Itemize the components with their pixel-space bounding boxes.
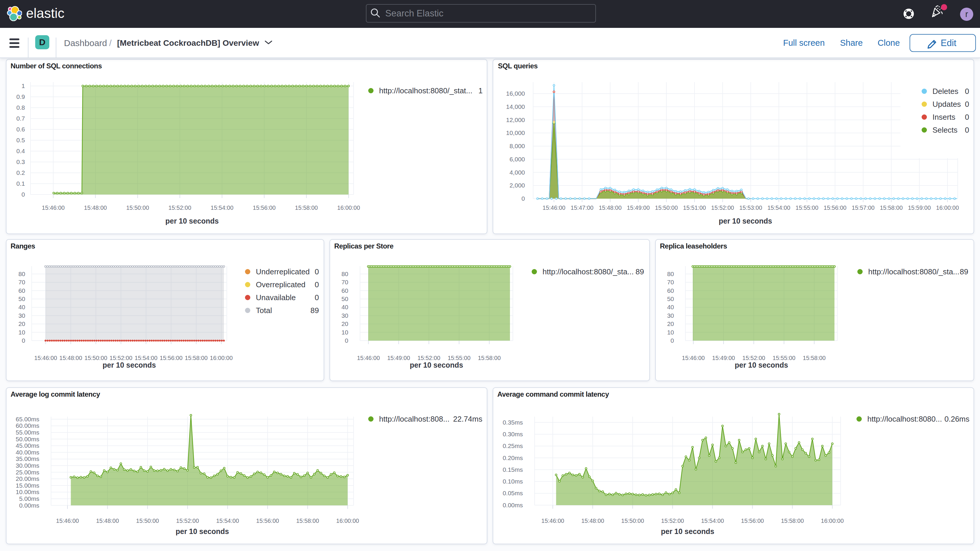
svg-text:0.10ms: 0.10ms — [503, 478, 523, 485]
svg-text:0.26ms: 0.26ms — [945, 414, 969, 424]
svg-text:Average log commit latency: Average log commit latency — [11, 390, 100, 398]
svg-text:15:55:00: 15:55:00 — [773, 355, 795, 361]
svg-text:15:50:00: 15:50:00 — [136, 518, 159, 524]
svg-text:15:58:00: 15:58:00 — [185, 355, 208, 361]
svg-text:1: 1 — [479, 86, 483, 95]
svg-text:0.5: 0.5 — [16, 137, 25, 143]
svg-text:15:53:00: 15:53:00 — [740, 204, 762, 211]
svg-text:15:52:00: 15:52:00 — [169, 204, 191, 211]
svg-text:15:50:00: 15:50:00 — [655, 204, 678, 211]
svg-text:15:49:00: 15:49:00 — [712, 355, 735, 361]
svg-text:16:00:00: 16:00:00 — [821, 518, 844, 524]
svg-text:65.00ms: 65.00ms — [16, 416, 39, 422]
svg-text:60: 60 — [342, 287, 348, 294]
svg-text:0: 0 — [315, 293, 319, 302]
svg-text:15:58:00: 15:58:00 — [296, 518, 319, 524]
svg-text:6,000: 6,000 — [509, 156, 525, 162]
svg-text:0.4: 0.4 — [16, 148, 25, 154]
svg-text:15:58:00: 15:58:00 — [803, 355, 826, 361]
svg-text:15:58:00: 15:58:00 — [880, 204, 903, 211]
svg-text:16:00:00: 16:00:00 — [337, 204, 360, 211]
svg-text:0: 0 — [670, 337, 674, 344]
svg-text:80: 80 — [667, 271, 674, 277]
svg-text:16:00:00: 16:00:00 — [210, 355, 233, 361]
svg-text:89: 89 — [636, 267, 644, 276]
svg-text:60.00ms: 60.00ms — [16, 422, 39, 429]
svg-text:per 10 seconds: per 10 seconds — [735, 361, 788, 369]
svg-text:15:48:00: 15:48:00 — [96, 518, 119, 524]
svg-text:40: 40 — [19, 304, 25, 311]
svg-text:0: 0 — [315, 280, 319, 289]
svg-text:25.00ms: 25.00ms — [16, 469, 39, 476]
svg-text:5.00ms: 5.00ms — [19, 495, 39, 502]
svg-text:15.00ms: 15.00ms — [16, 482, 39, 489]
svg-text:per 10 seconds: per 10 seconds — [175, 527, 229, 535]
svg-text:15:50:00: 15:50:00 — [84, 355, 107, 361]
svg-text:16:00:00: 16:00:00 — [936, 204, 959, 211]
svg-text:http://localhost:8080...: http://localhost:8080... — [867, 414, 942, 424]
svg-text:15:52:00: 15:52:00 — [711, 204, 734, 211]
svg-text:15:52:00: 15:52:00 — [176, 518, 199, 524]
svg-text:15:46:00: 15:46:00 — [542, 204, 565, 211]
svg-text:15:54:00: 15:54:00 — [211, 204, 234, 211]
svg-text:80: 80 — [19, 271, 25, 277]
svg-text:15:49:00: 15:49:00 — [387, 355, 410, 361]
svg-text:http://localhost:808...: http://localhost:808... — [379, 414, 450, 424]
svg-text:15:48:00: 15:48:00 — [59, 355, 82, 361]
svg-text:0: 0 — [315, 267, 319, 276]
svg-text:15:58:00: 15:58:00 — [781, 518, 804, 524]
svg-text:0: 0 — [22, 337, 25, 344]
svg-text:0: 0 — [345, 337, 348, 344]
svg-text:15:46:00: 15:46:00 — [42, 204, 65, 211]
svg-text:15:46:00: 15:46:00 — [357, 355, 380, 361]
svg-text:0.00ms: 0.00ms — [19, 502, 39, 509]
svg-text:http://localhost:8080/_sta...: http://localhost:8080/_sta... — [868, 267, 959, 276]
svg-text:89: 89 — [310, 306, 319, 315]
svg-text:15:47:00: 15:47:00 — [571, 204, 593, 211]
svg-text:0.3: 0.3 — [16, 158, 25, 165]
svg-text:30.00ms: 30.00ms — [16, 462, 39, 469]
svg-text:30: 30 — [667, 312, 674, 319]
svg-text:50: 50 — [667, 295, 674, 302]
svg-text:15:48:00: 15:48:00 — [599, 204, 622, 211]
svg-text:35.00ms: 35.00ms — [16, 455, 39, 462]
svg-text:Updates: Updates — [932, 100, 961, 108]
svg-text:per 10 seconds: per 10 seconds — [102, 361, 156, 369]
svg-text:15:52:00: 15:52:00 — [110, 355, 132, 361]
svg-text:15:49:00: 15:49:00 — [627, 204, 650, 211]
svg-text:15:54:00: 15:54:00 — [135, 355, 158, 361]
svg-text:55.00ms: 55.00ms — [16, 429, 39, 436]
svg-text:0.9: 0.9 — [16, 93, 25, 100]
svg-text:0: 0 — [522, 195, 525, 202]
svg-text:Unavailable: Unavailable — [256, 293, 296, 302]
svg-text:http://localhost:8080/_sta...: http://localhost:8080/_sta... — [542, 267, 634, 276]
svg-text:10: 10 — [19, 329, 25, 336]
svg-text:15:54:00: 15:54:00 — [216, 518, 239, 524]
svg-text:15:52:00: 15:52:00 — [661, 518, 684, 524]
svg-text:0.20ms: 0.20ms — [503, 454, 523, 461]
svg-text:0.05ms: 0.05ms — [503, 490, 523, 497]
svg-text:10: 10 — [342, 329, 348, 336]
svg-text:SQL queries: SQL queries — [498, 62, 538, 70]
svg-text:0.30ms: 0.30ms — [503, 431, 523, 438]
svg-text:0.6: 0.6 — [16, 126, 25, 133]
svg-text:20: 20 — [667, 320, 674, 327]
svg-text:15:55:00: 15:55:00 — [448, 355, 471, 361]
svg-text:15:56:00: 15:56:00 — [256, 518, 279, 524]
svg-text:0.35ms: 0.35ms — [503, 419, 523, 426]
svg-text:70: 70 — [667, 279, 674, 285]
svg-text:12,000: 12,000 — [506, 116, 525, 123]
svg-text:15:59:00: 15:59:00 — [908, 204, 931, 211]
svg-text:10.00ms: 10.00ms — [16, 489, 39, 495]
svg-text:2,000: 2,000 — [509, 182, 525, 189]
svg-text:15:57:00: 15:57:00 — [852, 204, 875, 211]
svg-text:70: 70 — [342, 279, 348, 285]
svg-text:Deletes: Deletes — [932, 87, 958, 96]
svg-text:40: 40 — [667, 304, 674, 311]
svg-text:15:46:00: 15:46:00 — [541, 518, 564, 524]
svg-text:per 10 seconds: per 10 seconds — [661, 527, 714, 535]
svg-text:15:50:00: 15:50:00 — [126, 204, 149, 211]
svg-text:0: 0 — [965, 126, 969, 134]
svg-text:8,000: 8,000 — [509, 143, 525, 149]
svg-text:20.00ms: 20.00ms — [16, 475, 39, 482]
